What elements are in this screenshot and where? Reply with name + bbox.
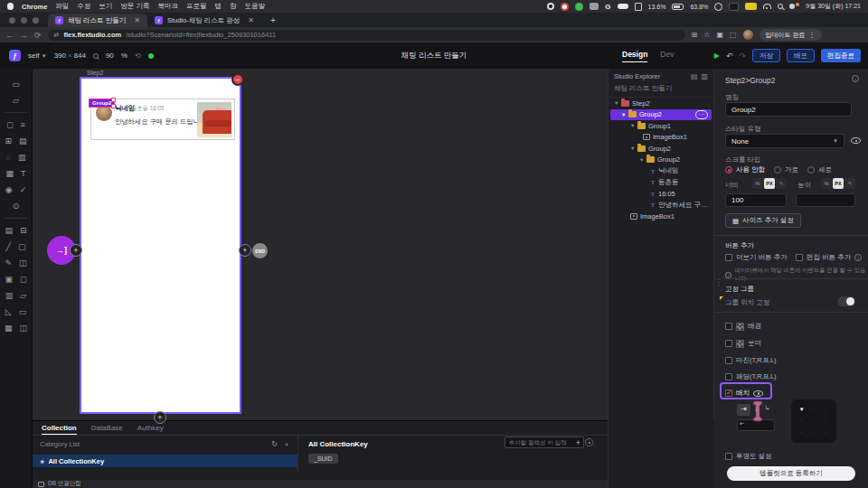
preview-play-button[interactable]: ▶: [714, 52, 720, 60]
window-close-button[interactable]: [9, 17, 15, 23]
target-tool-icon[interactable]: ⊙: [13, 202, 20, 211]
green-status-icon[interactable]: [575, 3, 583, 11]
caret-down-icon[interactable]: ▼: [639, 157, 644, 163]
image-tool-icon[interactable]: ▣: [5, 275, 14, 284]
phone-frame[interactable]: Group2 닉네임 등촌동 16:05 안녕하세요 구매 문의 드립니다.: [80, 77, 241, 414]
slide-tool-icon[interactable]: ▱: [20, 291, 26, 300]
extensions-icon[interactable]: ⬚: [730, 31, 737, 39]
layout-eye-icon[interactable]: [753, 390, 763, 397]
shape-tool-icon[interactable]: ◫: [19, 258, 27, 267]
line-tool-icon[interactable]: ╱: [6, 242, 11, 251]
reload-icon[interactable]: ⟳: [34, 31, 42, 40]
spotlight-search-icon[interactable]: [778, 4, 783, 9]
tree-item-group2-c[interactable]: ▼ Group2: [609, 155, 713, 166]
add-step-bottom-button[interactable]: +: [154, 411, 166, 424]
profile-avatar[interactable]: [743, 30, 753, 40]
menu-file[interactable]: 파일: [55, 2, 69, 11]
height-edit-icon[interactable]: ✎: [844, 178, 855, 189]
record-icon[interactable]: [547, 3, 554, 10]
url-input[interactable]: ⇄ flex.flextudio.com/studio?ScenarioId=f…: [48, 30, 685, 41]
tab-design[interactable]: Design: [622, 50, 647, 62]
play-status-icon[interactable]: [714, 3, 722, 11]
checkbox-border[interactable]: [725, 340, 732, 347]
capsule-icon[interactable]: [618, 4, 628, 9]
width-edit-icon[interactable]: ✎: [776, 178, 787, 189]
more-options-icon[interactable]: ⋯: [695, 110, 708, 119]
checkbox-more-button[interactable]: [725, 254, 732, 261]
collapse-panel-icon[interactable]: ▥: [701, 72, 708, 80]
zoom-reset-icon[interactable]: ⟲: [135, 52, 141, 60]
align-direction-button[interactable]: ⇥: [737, 404, 750, 416]
tree-item-step2[interactable]: ▼ Step2: [609, 98, 713, 109]
tree-item-group2-b[interactable]: ▼ Group2: [609, 143, 713, 155]
tree-item-group1[interactable]: ▼ Group1: [609, 120, 713, 132]
menu-history[interactable]: 방문 기록: [120, 2, 149, 11]
panel-resize-handle[interactable]: ⋮: [715, 278, 722, 286]
flow-end-node[interactable]: END: [252, 243, 268, 258]
chrome-update-button[interactable]: 업데이트 완료 ⋮: [760, 29, 822, 41]
selected-group-badge[interactable]: Group2: [90, 99, 114, 107]
menu-tab[interactable]: 탭: [214, 2, 222, 11]
flexstudio-logo[interactable]: ƒ: [9, 50, 21, 61]
tree-item-group2-selected[interactable]: ▼ Group2 ⋯: [610, 109, 712, 121]
window-zoom-button[interactable]: [33, 17, 39, 23]
checkbox-layout-checked[interactable]: [725, 389, 732, 397]
input-tool-icon[interactable]: ◻: [6, 120, 13, 129]
radio-scroll-vertical[interactable]: [807, 166, 815, 174]
google-icon[interactable]: G: [605, 3, 610, 11]
tab-authkey[interactable]: Authkey: [137, 424, 164, 435]
window-minimize-button[interactable]: [21, 17, 27, 23]
caret-down-icon[interactable]: ▼: [621, 112, 626, 117]
tree-item-imagebox1-b[interactable]: ImageBox1: [609, 211, 713, 222]
menu-bookmarks[interactable]: 북마크: [157, 2, 178, 11]
panel-tool-icon[interactable]: ▥: [18, 153, 26, 162]
group-name-input[interactable]: [725, 102, 852, 117]
info-icon[interactable]: i: [852, 75, 859, 82]
collection-key-input[interactable]: [505, 436, 584, 448]
checkbox-margin[interactable]: [725, 357, 732, 364]
caret-down-icon[interactable]: ▼: [630, 123, 635, 128]
menu-edit[interactable]: 수정: [77, 2, 90, 11]
site-settings-icon[interactable]: ⇄: [54, 32, 60, 39]
add-layer-icon[interactable]: ▤: [691, 72, 698, 80]
anchor-grid-selector[interactable]: ▼ ·· ··· ···: [791, 399, 836, 443]
tab-collection[interactable]: Collection: [42, 424, 77, 435]
add-key-icon[interactable]: +: [576, 438, 580, 447]
caret-down-icon[interactable]: ▼: [630, 145, 635, 151]
apple-icon[interactable]: [7, 3, 14, 10]
vector-tool-icon[interactable]: ◺: [5, 307, 12, 316]
height-unit-px[interactable]: PX: [833, 178, 844, 189]
save-button[interactable]: 저장: [752, 49, 780, 62]
chat-list-item[interactable]: Group2 닉네임 등촌동 16:05 안녕하세요 구매 문의 드립니다.: [90, 99, 235, 140]
browser-tab-1[interactable]: f 채팅 리스트 만들기 ✕: [48, 14, 147, 27]
device-select[interactable]: self ▼: [28, 52, 47, 60]
list-tool-icon[interactable]: ≡: [21, 120, 25, 129]
tree-item-district[interactable]: T 등촌동: [609, 177, 713, 189]
kebab-menu-icon[interactable]: ⋮: [809, 32, 816, 39]
new-tab-button[interactable]: +: [261, 15, 285, 27]
register-template-button[interactable]: 템플릿으로 등록하기: [727, 466, 855, 481]
split-tool-icon[interactable]: ◫: [20, 324, 28, 333]
remove-step-button[interactable]: −: [231, 73, 244, 86]
tree-item-nickname[interactable]: T 닉네임: [609, 165, 713, 177]
artboard-tool-icon[interactable]: ▭: [12, 80, 20, 89]
width-unit-px[interactable]: PX: [764, 178, 775, 189]
caret-down-icon[interactable]: ▼: [614, 100, 618, 106]
eye-tool-icon[interactable]: ◉: [5, 185, 13, 194]
back-icon[interactable]: ←: [5, 31, 14, 40]
browser-tab-2[interactable]: f Studio-채팅 리스트 완성 ✕: [147, 14, 261, 27]
bookmark-star-icon[interactable]: ☆: [703, 31, 710, 39]
yellow-badge-icon[interactable]: [745, 3, 757, 10]
card-tool-icon[interactable]: ▭: [19, 307, 27, 316]
style-type-select[interactable]: None ▼: [725, 134, 844, 148]
info-icon[interactable]: i: [854, 254, 862, 261]
box-tool-icon[interactable]: ◻: [20, 275, 26, 284]
rows-tool-icon[interactable]: ▥: [5, 291, 14, 300]
collection-key-item-selected[interactable]: ★ All CollectionKey: [33, 455, 297, 467]
add-step-left-button[interactable]: +: [70, 244, 82, 257]
add-step-right-button[interactable]: +: [239, 244, 251, 257]
refresh-icon[interactable]: ↻: [271, 440, 278, 448]
checkbox-edit-button[interactable]: [796, 254, 803, 261]
translate-icon[interactable]: ⊞: [692, 31, 698, 39]
suid-chip[interactable]: _SUID: [308, 454, 338, 464]
